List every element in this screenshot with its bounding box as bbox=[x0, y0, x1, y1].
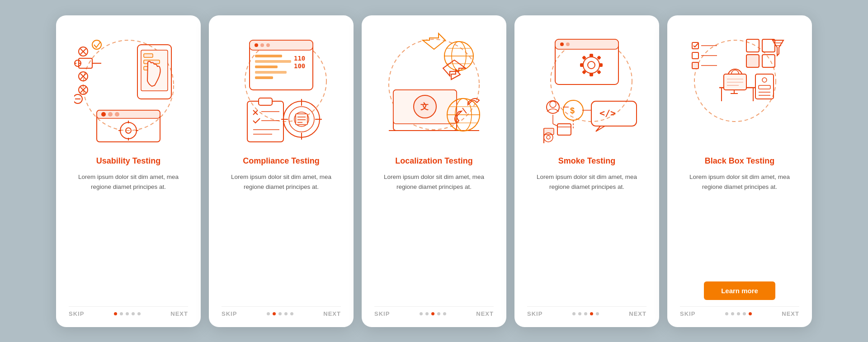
svg-rect-93 bbox=[599, 63, 603, 67]
dot-3 bbox=[132, 312, 135, 315]
localization-skip[interactable]: SKIP bbox=[374, 310, 390, 317]
blackbox-next[interactable]: NEXT bbox=[782, 310, 799, 317]
compliance-dots bbox=[267, 312, 293, 315]
svg-text:</>: </> bbox=[599, 108, 616, 118]
localization-nav: SKIP NEXT bbox=[374, 306, 494, 317]
dot-3 bbox=[437, 312, 440, 315]
svg-rect-40 bbox=[255, 55, 282, 57]
dot-2 bbox=[737, 312, 740, 315]
dot-0 bbox=[114, 312, 117, 315]
localization-dots bbox=[420, 312, 446, 315]
dot-4 bbox=[290, 312, 293, 315]
blackbox-skip[interactable]: SKIP bbox=[680, 310, 695, 317]
blackbox-body: Lorem ipsum dolor sit dim amet, mea regi… bbox=[680, 172, 799, 277]
svg-point-26 bbox=[108, 112, 113, 117]
card-smoke: </> $ bbox=[514, 15, 659, 327]
svg-rect-24 bbox=[97, 110, 160, 118]
dot-1 bbox=[731, 312, 734, 315]
svg-point-88 bbox=[583, 57, 599, 73]
smoke-skip[interactable]: SKIP bbox=[527, 310, 542, 317]
svg-rect-124 bbox=[746, 55, 759, 67]
dot-0 bbox=[267, 312, 270, 315]
usability-nav: SKIP NEXT bbox=[69, 306, 188, 317]
usability-dots bbox=[114, 312, 141, 315]
svg-rect-104 bbox=[557, 124, 571, 135]
svg-rect-41 bbox=[255, 60, 291, 63]
usability-title: Usability Testing bbox=[96, 156, 161, 166]
dot-1 bbox=[425, 312, 429, 315]
smoke-body: Lorem ipsum dolor sit dim amet, mea regi… bbox=[527, 172, 646, 302]
dot-2 bbox=[126, 312, 129, 315]
smoke-next[interactable]: NEXT bbox=[629, 310, 646, 317]
usability-body: Lorem ipsum dolor sit dim amet, mea regi… bbox=[69, 172, 188, 302]
dot-3 bbox=[743, 312, 746, 315]
svg-point-9 bbox=[92, 40, 101, 49]
blackbox-illustration bbox=[681, 28, 798, 150]
svg-point-38 bbox=[260, 43, 264, 47]
dot-0 bbox=[420, 312, 423, 315]
compliance-title: Compliance Testing bbox=[243, 156, 320, 166]
svg-rect-122 bbox=[746, 39, 759, 52]
svg-rect-90 bbox=[590, 54, 593, 57]
svg-point-34 bbox=[245, 40, 326, 122]
usability-skip[interactable]: SKIP bbox=[69, 310, 84, 317]
svg-line-82 bbox=[462, 108, 467, 113]
svg-rect-47 bbox=[247, 101, 283, 142]
compliance-nav: SKIP NEXT bbox=[222, 306, 341, 317]
card-usability: Usability Testing Lorem ipsum dolor sit … bbox=[56, 15, 201, 327]
dot-3 bbox=[590, 312, 593, 315]
blackbox-title: Black Box Testing bbox=[705, 156, 775, 166]
dot-1 bbox=[120, 312, 123, 315]
svg-text:$: $ bbox=[570, 106, 575, 115]
svg-rect-43 bbox=[255, 71, 287, 74]
svg-point-25 bbox=[101, 112, 106, 117]
usability-next[interactable]: NEXT bbox=[170, 310, 188, 317]
dot-0 bbox=[725, 312, 728, 315]
svg-rect-125 bbox=[762, 55, 775, 67]
svg-point-109 bbox=[547, 136, 550, 139]
blackbox-nav: SKIP NEXT bbox=[680, 306, 799, 317]
smoke-illustration: </> $ bbox=[528, 28, 646, 150]
svg-text:110: 110 bbox=[294, 55, 305, 62]
svg-line-114 bbox=[553, 124, 557, 126]
svg-rect-42 bbox=[255, 66, 278, 68]
smoke-dots bbox=[572, 312, 599, 315]
localization-body: Lorem ipsum dolor sit dim amet, mea regi… bbox=[374, 172, 494, 302]
svg-rect-36 bbox=[250, 40, 313, 50]
svg-rect-137 bbox=[759, 85, 770, 89]
card-blackbox: Black Box Testing Lorem ipsum dolor sit … bbox=[667, 15, 812, 327]
compliance-illustration: 110 100 bbox=[222, 28, 340, 150]
svg-point-87 bbox=[566, 42, 570, 46]
svg-point-136 bbox=[762, 78, 767, 82]
dot-3 bbox=[284, 312, 288, 315]
dot-4 bbox=[749, 312, 752, 315]
smoke-title: Smoke Testing bbox=[558, 156, 616, 166]
svg-point-89 bbox=[588, 61, 595, 69]
svg-point-39 bbox=[266, 43, 270, 47]
dot-2 bbox=[431, 312, 434, 315]
blackbox-dots bbox=[725, 312, 752, 315]
learn-more-button[interactable]: Learn more bbox=[704, 281, 775, 300]
svg-point-103 bbox=[550, 101, 556, 108]
localization-next[interactable]: NEXT bbox=[476, 310, 494, 317]
compliance-next[interactable]: NEXT bbox=[323, 310, 341, 317]
svg-rect-92 bbox=[580, 63, 584, 67]
svg-rect-44 bbox=[255, 76, 273, 79]
dot-4 bbox=[596, 312, 599, 315]
localization-title: Localization Testing bbox=[395, 156, 473, 166]
dot-4 bbox=[137, 312, 141, 315]
card-compliance: 110 100 bbox=[209, 15, 354, 327]
svg-rect-85 bbox=[555, 39, 618, 49]
card-localization: 文 Localization Testing Lorem ipsum dolor… bbox=[362, 15, 506, 327]
svg-rect-118 bbox=[692, 62, 698, 69]
smoke-nav: SKIP NEXT bbox=[527, 306, 646, 317]
svg-marker-126 bbox=[773, 40, 783, 56]
compliance-skip[interactable]: SKIP bbox=[222, 310, 237, 317]
svg-rect-20 bbox=[144, 54, 153, 57]
svg-point-102 bbox=[547, 101, 559, 113]
dot-0 bbox=[572, 312, 576, 315]
svg-rect-48 bbox=[259, 98, 272, 105]
dot-2 bbox=[278, 312, 282, 315]
svg-point-86 bbox=[560, 42, 564, 46]
svg-rect-58 bbox=[296, 114, 307, 125]
